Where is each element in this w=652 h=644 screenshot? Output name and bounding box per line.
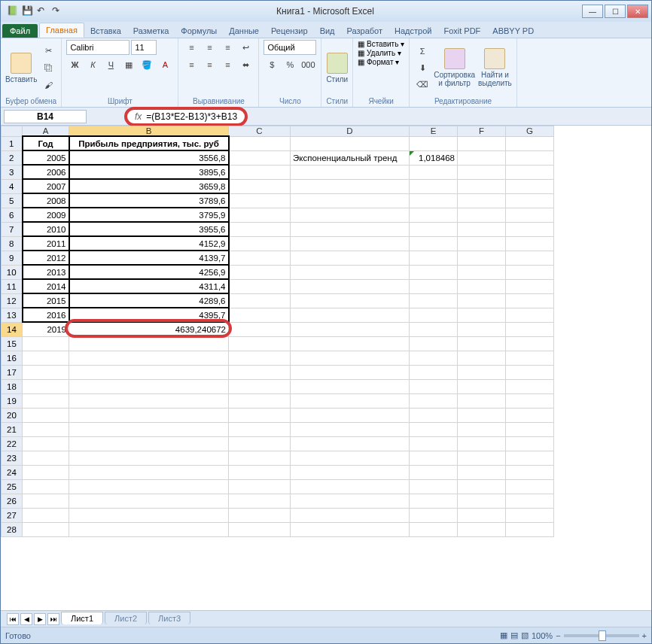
cell-F6[interactable]: [458, 208, 506, 222]
cell-empty[interactable]: [229, 508, 291, 522]
maximize-button[interactable]: ☐: [605, 5, 626, 18]
cell-empty[interactable]: [23, 351, 69, 365]
cell-G7[interactable]: [506, 222, 554, 236]
row-header-4[interactable]: 4: [2, 179, 23, 193]
cell-D4[interactable]: [291, 179, 410, 193]
cell-empty[interactable]: [229, 494, 291, 508]
align-center-button[interactable]: ≡: [201, 57, 218, 72]
name-box[interactable]: B14: [4, 110, 87, 123]
cell-empty[interactable]: [458, 508, 506, 522]
cell-empty[interactable]: [410, 379, 458, 393]
cell-D11[interactable]: [291, 279, 410, 293]
cell-D6[interactable]: [291, 208, 410, 222]
cell-E2[interactable]: 1,018468: [410, 150, 458, 165]
cell-empty[interactable]: [410, 422, 458, 436]
align-bot-button[interactable]: ≡: [219, 40, 236, 55]
sheet-tab-2[interactable]: Лист2: [105, 612, 147, 624]
cell-empty[interactable]: [458, 379, 506, 393]
insert-cells-button[interactable]: ▦ Вставить ▾: [358, 40, 404, 48]
cell-empty[interactable]: [410, 351, 458, 365]
row-header-1[interactable]: 1: [2, 136, 23, 150]
col-header-F[interactable]: F: [458, 126, 506, 137]
cell-E6[interactable]: [410, 208, 458, 222]
cell-empty[interactable]: [506, 451, 554, 465]
cell-A11[interactable]: 2014: [23, 279, 69, 293]
cell-C9[interactable]: [229, 251, 291, 265]
cell-C4[interactable]: [229, 179, 291, 193]
border-button[interactable]: ▦: [120, 57, 137, 72]
align-right-button[interactable]: ≡: [219, 57, 236, 72]
cell-F13[interactable]: [458, 308, 506, 322]
col-header-A[interactable]: A: [23, 126, 69, 137]
cell-B12[interactable]: 4289,6: [69, 293, 229, 308]
cell-empty[interactable]: [506, 508, 554, 522]
sheet-tab-3[interactable]: Лист3: [148, 612, 190, 624]
cell-D3[interactable]: [291, 165, 410, 179]
cell-empty[interactable]: [23, 436, 69, 451]
cell-A7[interactable]: 2010: [23, 222, 69, 236]
cell-empty[interactable]: [229, 379, 291, 393]
row-header-3[interactable]: 3: [2, 165, 23, 179]
cell-empty[interactable]: [458, 479, 506, 494]
cell-E9[interactable]: [410, 251, 458, 265]
cell-empty[interactable]: [291, 508, 410, 522]
row-header-15[interactable]: 15: [2, 336, 23, 351]
currency-button[interactable]: $: [264, 57, 280, 72]
cell-D14[interactable]: [291, 322, 410, 336]
col-header-G[interactable]: G: [506, 126, 554, 137]
cell-B8[interactable]: 4152,9: [69, 236, 229, 251]
row-header-18[interactable]: 18: [2, 379, 23, 393]
cell-empty[interactable]: [291, 494, 410, 508]
cell-empty[interactable]: [69, 365, 229, 379]
cell-B5[interactable]: 3789,6: [69, 193, 229, 208]
cell-A13[interactable]: 2016: [23, 308, 69, 322]
cell-empty[interactable]: [229, 393, 291, 408]
cell-empty[interactable]: [506, 351, 554, 365]
row-header-20[interactable]: 20: [2, 408, 23, 422]
cell-empty[interactable]: [23, 508, 69, 522]
zoom-level[interactable]: 100%: [532, 631, 553, 640]
cell-A12[interactable]: 2015: [23, 293, 69, 308]
row-header-16[interactable]: 16: [2, 351, 23, 365]
cell-C5[interactable]: [229, 193, 291, 208]
cell-C14[interactable]: [229, 322, 291, 336]
cell-empty[interactable]: [23, 408, 69, 422]
row-header-17[interactable]: 17: [2, 365, 23, 379]
cell-empty[interactable]: [458, 408, 506, 422]
cell-B2[interactable]: 3556,8: [69, 150, 229, 165]
fill-button[interactable]: ⬇: [414, 60, 431, 75]
cell-G6[interactable]: [506, 208, 554, 222]
cell-D9[interactable]: [291, 251, 410, 265]
cell-F14[interactable]: [458, 322, 506, 336]
row-header-11[interactable]: 11: [2, 279, 23, 293]
row-header-9[interactable]: 9: [2, 251, 23, 265]
cell-empty[interactable]: [458, 436, 506, 451]
cell-empty[interactable]: [229, 451, 291, 465]
row-header-5[interactable]: 5: [2, 193, 23, 208]
cell-A9[interactable]: 2012: [23, 251, 69, 265]
cell-B13[interactable]: 4395,7: [69, 308, 229, 322]
styles-button[interactable]: Стили: [326, 53, 348, 84]
cell-empty[interactable]: [506, 408, 554, 422]
cell-empty[interactable]: [23, 465, 69, 479]
row-header-13[interactable]: 13: [2, 308, 23, 322]
font-name-select[interactable]: Calibri: [66, 40, 129, 55]
cell-empty[interactable]: [291, 451, 410, 465]
sheet-tab-1[interactable]: Лист1: [61, 612, 103, 624]
cell-E12[interactable]: [410, 293, 458, 308]
cell-G3[interactable]: [506, 165, 554, 179]
sheet-nav-last[interactable]: ⏭: [47, 613, 59, 625]
cell-empty[interactable]: [69, 465, 229, 479]
cell-C2[interactable]: [229, 150, 291, 165]
cell-G14[interactable]: [506, 322, 554, 336]
cell-empty[interactable]: [229, 351, 291, 365]
file-tab[interactable]: Файл: [2, 24, 38, 38]
cell-C8[interactable]: [229, 236, 291, 251]
cell-empty[interactable]: [229, 436, 291, 451]
row-header-21[interactable]: 21: [2, 422, 23, 436]
cell-empty[interactable]: [229, 465, 291, 479]
cell-D2[interactable]: Экспоненциальный тренд: [291, 150, 410, 165]
cell-empty[interactable]: [410, 522, 458, 536]
cell-E7[interactable]: [410, 222, 458, 236]
tab-home[interactable]: Главная: [39, 23, 84, 38]
